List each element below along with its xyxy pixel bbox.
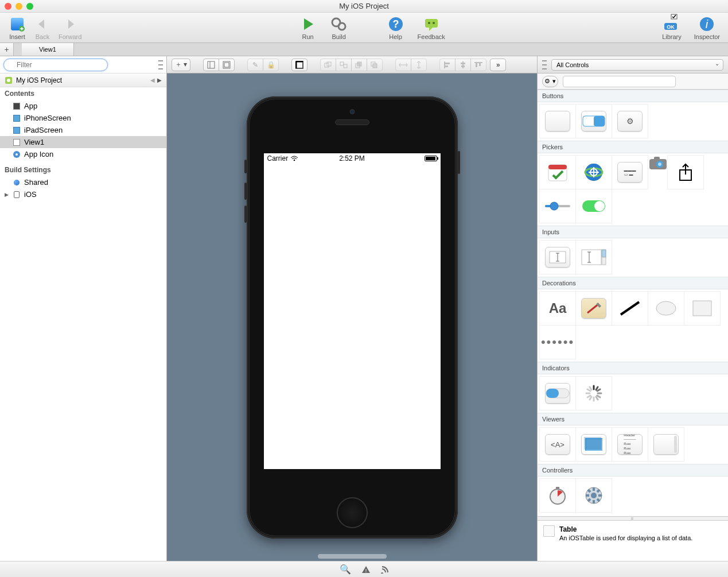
- control-label[interactable]: Aa: [539, 291, 576, 326]
- library-search-input[interactable]: [563, 76, 676, 87]
- library-section-viewers: Viewers: [538, 413, 728, 425]
- project-header[interactable]: My iOS Project ◀▶: [0, 73, 166, 87]
- add-control-button[interactable]: ＋ ▾: [172, 59, 190, 71]
- app-icon: [13, 102, 21, 110]
- tree-item-appicon[interactable]: App Icon: [0, 148, 166, 160]
- rss-icon[interactable]: [381, 566, 389, 574]
- control-button[interactable]: [539, 104, 576, 138]
- disclosure-triangle-icon[interactable]: ▶: [5, 192, 9, 198]
- svg-point-4: [338, 23, 345, 30]
- svg-line-79: [597, 396, 600, 397]
- backward-layer-button[interactable]: [367, 59, 383, 71]
- tree-item-ios[interactable]: ▶ iOS: [0, 188, 166, 200]
- library-button[interactable]: OK Library: [659, 15, 685, 40]
- ungroup-button[interactable]: [336, 59, 352, 71]
- align-center-button[interactable]: [455, 59, 471, 71]
- align-top-button[interactable]: [470, 59, 486, 71]
- clock-label: 2:52 PM: [339, 154, 365, 162]
- svg-rect-38: [461, 63, 465, 64]
- minimize-window-button[interactable]: [15, 3, 22, 10]
- tree-item-shared[interactable]: Shared: [0, 176, 166, 188]
- panel-handle-icon[interactable]: [542, 60, 547, 69]
- control-htmlviewer[interactable]: <A>: [539, 427, 576, 462]
- layout-frame-button[interactable]: [203, 59, 219, 71]
- tree-item-app[interactable]: App: [0, 100, 166, 112]
- svg-point-93: [591, 493, 597, 498]
- svg-rect-33: [373, 64, 377, 68]
- svg-rect-39: [461, 65, 465, 67]
- device-icon: [13, 191, 21, 199]
- control-oval[interactable]: [648, 291, 684, 326]
- build-button[interactable]: Build: [326, 15, 352, 40]
- control-imagepicker[interactable]: [648, 156, 668, 189]
- radio-icon: [13, 179, 21, 187]
- control-switch[interactable]: [575, 189, 612, 223]
- control-sharingpanel[interactable]: [667, 155, 704, 189]
- zoom-window-button[interactable]: [26, 3, 33, 10]
- forward-button[interactable]: Forward: [55, 15, 85, 40]
- svg-text:!: !: [365, 568, 367, 574]
- control-spinner[interactable]: [575, 376, 612, 411]
- control-timer[interactable]: [539, 478, 576, 513]
- forward-layer-button[interactable]: [351, 59, 367, 71]
- help-button[interactable]: ? Help: [383, 15, 408, 40]
- control-textarea[interactable]: [575, 240, 612, 274]
- library-scroll[interactable]: Buttons ⚙ Pickers ▬▬▬▭ ▬ Inputs: [538, 90, 728, 516]
- fill-width-button[interactable]: [395, 59, 411, 71]
- control-scrollview[interactable]: [648, 427, 684, 462]
- inspector-button[interactable]: i Inspector: [691, 15, 723, 40]
- tab-view1[interactable]: View1: [22, 43, 74, 56]
- align-left-button[interactable]: [439, 59, 456, 71]
- panel-handle-icon[interactable]: [158, 60, 163, 69]
- screen-icon: [13, 126, 21, 134]
- toolbar-overflow-button[interactable]: »: [490, 59, 506, 71]
- control-datepicker[interactable]: [539, 155, 576, 189]
- canvas-area[interactable]: Carrier 2:52 PM: [167, 73, 537, 561]
- group-button[interactable]: [320, 59, 336, 71]
- search-status-icon[interactable]: 🔍: [340, 564, 351, 575]
- control-table[interactable]: Header─────RowRowRow: [612, 427, 648, 462]
- svg-rect-66: [582, 250, 601, 265]
- lock-button[interactable]: 🔒: [263, 59, 279, 71]
- new-tab-button[interactable]: +: [0, 43, 14, 56]
- control-thread[interactable]: [575, 478, 612, 513]
- window-controls[interactable]: [5, 3, 33, 10]
- tree-item-view1[interactable]: View1: [0, 136, 166, 148]
- close-window-button[interactable]: [5, 3, 11, 10]
- back-button[interactable]: Back: [30, 15, 55, 40]
- tab-bar: + View1: [0, 43, 728, 56]
- control-textfield[interactable]: [539, 240, 576, 274]
- control-separator[interactable]: ••••••: [539, 325, 576, 359]
- pane-resize-handle[interactable]: ≡: [538, 516, 728, 521]
- control-canvas[interactable]: [575, 291, 612, 326]
- tree-item-ipadscreen[interactable]: iPadScreen: [0, 124, 166, 136]
- layout-auto-button[interactable]: [219, 59, 235, 71]
- svg-line-83: [587, 396, 590, 397]
- edit-button[interactable]: ✎: [247, 59, 263, 71]
- library-filter-dropdown[interactable]: All Controls: [551, 59, 723, 71]
- control-rectangle[interactable]: [684, 291, 721, 326]
- library-options-button[interactable]: ⚙ ▾: [542, 76, 558, 87]
- run-button[interactable]: Run: [295, 15, 321, 40]
- battery-icon: [425, 156, 437, 161]
- nav-fwd-icon[interactable]: ▶: [157, 77, 162, 83]
- feedback-button[interactable]: Feedback: [414, 15, 449, 40]
- control-toolbutton[interactable]: ⚙: [612, 104, 648, 138]
- control-imageview[interactable]: [575, 427, 612, 462]
- horizontal-scrollbar[interactable]: [318, 554, 387, 559]
- device-screen[interactable]: Carrier 2:52 PM: [264, 153, 441, 469]
- control-segmented[interactable]: [575, 104, 612, 138]
- tree-item-iphonescreen[interactable]: iPhoneScreen: [0, 112, 166, 124]
- warnings-icon[interactable]: !: [361, 566, 371, 574]
- control-line[interactable]: [612, 291, 648, 326]
- filter-input[interactable]: [3, 59, 108, 71]
- fill-height-button[interactable]: [411, 59, 427, 71]
- control-picker[interactable]: ▬▬▬▭ ▬: [612, 155, 648, 189]
- insert-button[interactable]: Insert: [5, 15, 30, 40]
- control-location[interactable]: [575, 155, 612, 189]
- nav-back-icon[interactable]: ◀: [150, 77, 155, 83]
- guides-button[interactable]: [291, 59, 307, 71]
- control-progressbar[interactable]: [539, 376, 576, 411]
- control-slider[interactable]: [539, 189, 576, 223]
- svg-rect-68: [602, 250, 606, 257]
